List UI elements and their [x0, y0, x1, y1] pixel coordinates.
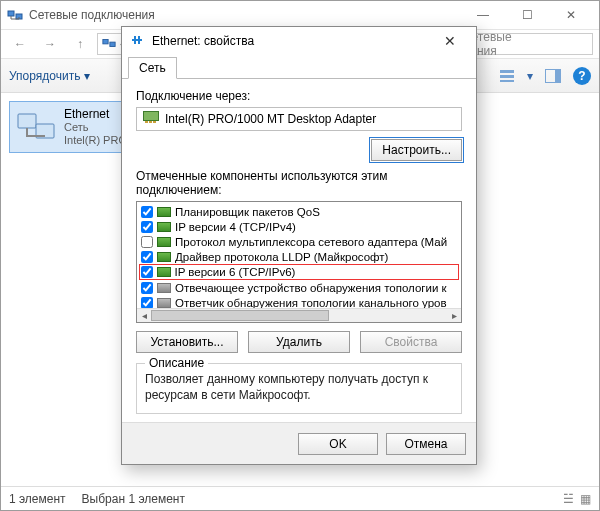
description-text: Позволяет данному компьютеру получать до… [145, 372, 453, 403]
window-titlebar: Сетевые подключения — ☐ ✕ [1, 1, 599, 29]
dialog-titlebar: Ethernet: свойства ✕ [122, 27, 476, 55]
chevron-down-icon: ▾ [84, 69, 90, 83]
scroll-track[interactable] [151, 309, 447, 322]
component-item[interactable]: Отвечающее устройство обнаружения тополо… [139, 280, 459, 295]
svg-rect-8 [555, 70, 560, 82]
component-item[interactable]: Драйвер протокола LLDP (Майкрософт) [139, 249, 459, 264]
component-checkbox[interactable] [141, 266, 153, 278]
network-connections-icon [102, 36, 116, 53]
svg-rect-13 [149, 121, 152, 123]
properties-dialog: Ethernet: свойства ✕ Сеть Подключение че… [121, 26, 477, 465]
maximize-button[interactable]: ☐ [505, 1, 549, 29]
tiles-view-icon[interactable]: ▦ [580, 492, 591, 506]
component-label: Ответчик обнаружения топологии канальног… [175, 297, 447, 309]
back-button[interactable]: ← [7, 33, 33, 55]
protocol-icon [157, 267, 171, 277]
protocol-icon [157, 252, 171, 262]
component-label: IP версии 6 (TCP/IPv6) [175, 266, 296, 278]
adapter-box[interactable]: Intel(R) PRO/1000 MT Desktop Adapter [136, 107, 462, 131]
component-checkbox[interactable] [141, 297, 153, 309]
protocol-icon [157, 207, 171, 217]
ethernet-icon [16, 109, 56, 145]
adapter-name: Intel(R) PRO/1000 MT Desktop Adapter [165, 112, 376, 126]
component-checkbox[interactable] [141, 206, 153, 218]
remove-button[interactable]: Удалить [248, 331, 350, 353]
protocol-icon [157, 237, 171, 247]
svg-rect-11 [144, 112, 159, 121]
forward-button[interactable]: → [37, 33, 63, 55]
preview-pane-icon[interactable] [541, 65, 565, 87]
status-bar: 1 элемент Выбран 1 элемент ☱ ▦ [1, 486, 599, 510]
close-button[interactable]: ✕ [549, 1, 593, 29]
component-item[interactable]: Планировщик пакетов QoS [139, 204, 459, 219]
svg-rect-6 [500, 80, 514, 82]
organize-button[interactable]: Упорядочить ▾ [9, 69, 90, 83]
description-legend: Описание [145, 356, 208, 370]
component-label: Отвечающее устройство обнаружения тополо… [175, 282, 447, 294]
svg-rect-3 [110, 42, 115, 46]
scroll-thumb[interactable] [151, 310, 329, 321]
svg-rect-2 [103, 39, 108, 43]
cancel-button[interactable]: Отмена [386, 433, 466, 455]
scroll-left-button[interactable]: ◂ [137, 309, 151, 322]
network-connections-icon [7, 7, 23, 23]
protocol-disabled-icon [157, 298, 171, 308]
svg-rect-9 [18, 114, 36, 128]
component-label: IP версии 4 (TCP/IPv4) [175, 221, 296, 233]
component-label: Протокол мультиплексора сетевого адаптер… [175, 236, 447, 248]
svg-rect-4 [500, 70, 514, 73]
component-label: Драйвер протокола LLDP (Майкрософт) [175, 251, 388, 263]
components-list[interactable]: Планировщик пакетов QoSIP версии 4 (TCP/… [136, 201, 462, 323]
install-button[interactable]: Установить... [136, 331, 238, 353]
component-checkbox[interactable] [141, 282, 153, 294]
configure-button[interactable]: Настроить... [371, 139, 462, 161]
dialog-tabs: Сеть [122, 55, 476, 79]
protocol-disabled-icon [157, 283, 171, 293]
component-item[interactable]: IP версии 4 (TCP/IPv4) [139, 219, 459, 234]
component-item[interactable]: Протокол мультиплексора сетевого адаптер… [139, 234, 459, 249]
tab-network[interactable]: Сеть [128, 57, 177, 79]
ok-button[interactable]: OK [298, 433, 378, 455]
svg-rect-14 [153, 121, 156, 123]
connect-via-label: Подключение через: [136, 89, 462, 103]
chevron-down-icon[interactable]: ▾ [527, 69, 533, 83]
selection-count: Выбран 1 элемент [82, 492, 185, 506]
component-label: Планировщик пакетов QoS [175, 206, 320, 218]
ethernet-icon [130, 33, 146, 50]
svg-rect-5 [500, 75, 514, 78]
description-group: Описание Позволяет данному компьютеру по… [136, 363, 462, 414]
minimize-button[interactable]: — [461, 1, 505, 29]
scroll-right-button[interactable]: ▸ [447, 309, 461, 322]
up-button[interactable]: ↑ [67, 33, 93, 55]
dialog-footer: OK Отмена [122, 422, 476, 464]
view-icon[interactable] [495, 65, 519, 87]
help-icon[interactable]: ? [573, 67, 591, 85]
window-title: Сетевые подключения [29, 8, 155, 22]
item-count: 1 элемент [9, 492, 66, 506]
component-checkbox[interactable] [141, 236, 153, 248]
component-item[interactable]: IP версии 6 (TCP/IPv6) [139, 264, 459, 280]
horizontal-scrollbar[interactable]: ◂ ▸ [137, 308, 461, 322]
components-label: Отмеченные компоненты используются этим … [136, 169, 462, 197]
protocol-icon [157, 222, 171, 232]
details-view-icon[interactable]: ☱ [563, 492, 574, 506]
dialog-close-button[interactable]: ✕ [432, 33, 468, 49]
item-properties-button: Свойства [360, 331, 462, 353]
svg-rect-0 [8, 11, 14, 16]
nic-card-icon [143, 111, 159, 127]
component-checkbox[interactable] [141, 251, 153, 263]
svg-rect-12 [145, 121, 148, 123]
component-checkbox[interactable] [141, 221, 153, 233]
dialog-title: Ethernet: свойства [152, 34, 254, 48]
